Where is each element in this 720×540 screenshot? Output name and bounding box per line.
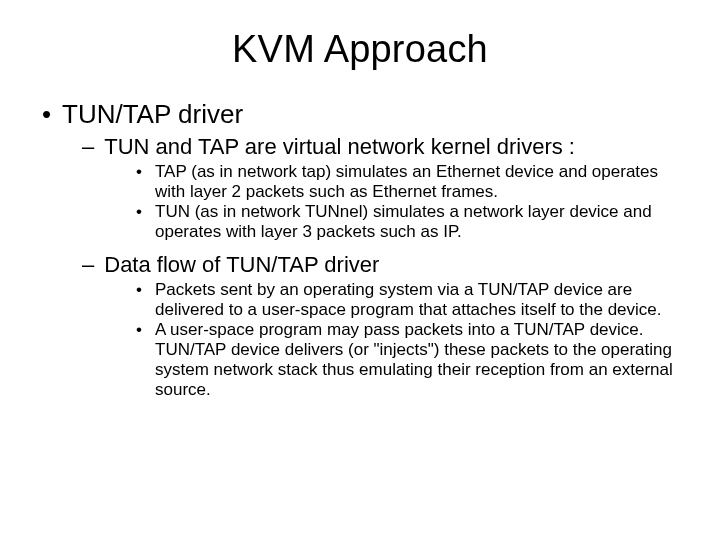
lvl1-row: • TUN/TAP driver xyxy=(36,99,684,130)
lvl3-text: TUN (as in network TUNnel) simulates a n… xyxy=(155,202,684,242)
dash-icon: – xyxy=(82,134,94,160)
list-item: • TUN/TAP driver – TUN and TAP are virtu… xyxy=(36,99,684,400)
lvl3-text: TAP (as in network tap) simulates an Eth… xyxy=(155,162,684,202)
slide-title: KVM Approach xyxy=(36,28,684,71)
list-item: – TUN and TAP are virtual network kernel… xyxy=(82,134,684,242)
sub-list: – TUN and TAP are virtual network kernel… xyxy=(36,134,684,400)
lvl3-row: • TAP (as in network tap) simulates an E… xyxy=(136,162,684,202)
slide: KVM Approach • TUN/TAP driver – TUN and … xyxy=(0,0,720,540)
bullet-icon: • xyxy=(136,320,146,340)
lvl1-text: TUN/TAP driver xyxy=(62,99,243,130)
sub-sub-list: • Packets sent by an operating system vi… xyxy=(82,280,684,400)
list-item: – Data flow of TUN/TAP driver • Packets … xyxy=(82,252,684,400)
lvl3-row: • A user-space program may pass packets … xyxy=(136,320,684,400)
bullet-icon: • xyxy=(136,280,146,300)
dash-icon: – xyxy=(82,252,94,278)
lvl3-row: • Packets sent by an operating system vi… xyxy=(136,280,684,320)
sub-sub-list: • TAP (as in network tap) simulates an E… xyxy=(82,162,684,242)
bullet-icon: • xyxy=(136,162,146,182)
lvl2-row: – TUN and TAP are virtual network kernel… xyxy=(82,134,684,160)
list-item: • TAP (as in network tap) simulates an E… xyxy=(136,162,684,202)
bullet-icon: • xyxy=(42,99,52,130)
lvl3-text: A user-space program may pass packets in… xyxy=(155,320,684,400)
bullet-icon: • xyxy=(136,202,146,222)
lvl2-text: Data flow of TUN/TAP driver xyxy=(104,252,379,278)
bullet-list: • TUN/TAP driver – TUN and TAP are virtu… xyxy=(36,99,684,400)
lvl3-row: • TUN (as in network TUNnel) simulates a… xyxy=(136,202,684,242)
lvl2-row: – Data flow of TUN/TAP driver xyxy=(82,252,684,278)
list-item: • A user-space program may pass packets … xyxy=(136,320,684,400)
list-item: • Packets sent by an operating system vi… xyxy=(136,280,684,320)
list-item: • TUN (as in network TUNnel) simulates a… xyxy=(136,202,684,242)
lvl2-text: TUN and TAP are virtual network kernel d… xyxy=(104,134,575,160)
lvl3-text: Packets sent by an operating system via … xyxy=(155,280,684,320)
